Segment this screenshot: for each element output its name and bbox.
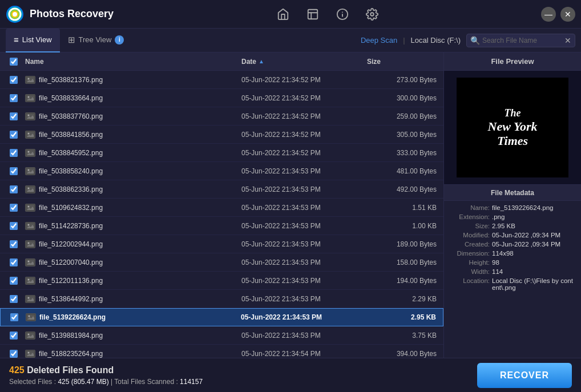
row-checkbox[interactable] [10,149,18,157]
meta-ext-label: Extension: [450,213,490,220]
svg-point-60 [28,297,30,298]
row-checkbox[interactable] [10,112,18,120]
col-name-header[interactable]: Name [25,58,241,66]
list-view-icon: ≡ [14,35,19,45]
row-checkbox[interactable] [10,240,18,248]
row-checkbox[interactable] [10,295,18,303]
table-row[interactable]: file_5109624832.png 05-Jun-2022 21:34:53… [0,199,443,217]
row-checkbox[interactable] [10,222,18,230]
preview-pane: File Preview The New York Times File Met… [444,52,581,358]
file-size-cell: 189.00 Bytes [367,240,441,248]
tree-view-tab[interactable]: ⊞ Tree View i [60,29,132,52]
info-nav-icon[interactable] [333,5,352,23]
row-checkbox[interactable] [10,167,18,175]
meta-ext-value: .png [492,213,505,220]
meta-created-row: Created: 05-Jun-2022 ,09:34 PM [450,241,575,248]
col-date-header[interactable]: Date ▲ [241,58,367,66]
file-size-cell: 492.00 Bytes [367,185,441,193]
file-type-icon [25,350,35,358]
select-all-checkbox[interactable] [10,58,18,66]
row-checkbox-cell [2,76,25,84]
table-row[interactable]: file_5038845952.png 05-Jun-2022 21:34:52… [0,144,443,162]
table-row[interactable]: file_5138644992.png 05-Jun-2022 21:34:53… [0,290,443,308]
row-checkbox[interactable] [10,76,18,84]
table-row[interactable]: file_5038821376.png 05-Jun-2022 21:34:52… [0,71,443,89]
file-name-text: file_5122007040.png [39,258,103,266]
svg-point-64 [29,316,30,317]
svg-point-24 [28,132,30,134]
home-nav-icon[interactable] [274,5,292,23]
scan-nav-icon[interactable] [304,5,322,23]
meta-location-label: Location: [450,277,490,291]
file-name-text: file_5122002944.png [39,240,103,248]
file-name-cell: file_5114228736.png [25,222,241,230]
meta-size-label: Size: [450,223,490,229]
file-name-text: file_5139226624.png [39,313,106,321]
table-row[interactable]: file_5038862336.png 05-Jun-2022 21:34:53… [0,180,443,199]
list-view-tab[interactable]: ≡ List View [6,29,60,52]
stats-separator: | [109,378,115,386]
file-type-icon [25,149,35,157]
table-row[interactable]: file_5122002944.png 05-Jun-2022 21:34:53… [0,235,443,253]
table-row[interactable]: file_5188235264.png 05-Jun-2022 21:34:54… [0,345,443,358]
svg-point-40 [28,205,30,207]
file-name-text: file_5122011136.png [39,277,103,285]
table-row[interactable]: file_5114228736.png 05-Jun-2022 21:34:53… [0,217,443,235]
row-checkbox-cell [2,167,25,175]
row-checkbox[interactable] [10,258,18,266]
file-date-cell: 05-Jun-2022 21:34:53 PM [241,185,367,193]
row-checkbox[interactable] [10,313,18,321]
file-size-cell: 394.00 Bytes [367,350,441,358]
minimize-button[interactable]: — [541,7,556,22]
search-input[interactable] [482,37,562,45]
file-name-cell: file_5122002944.png [25,240,241,248]
meta-size-value: 2.95 KB [492,223,515,229]
svg-point-72 [28,351,30,353]
table-row[interactable]: file_5122011136.png 05-Jun-2022 21:34:53… [0,272,443,290]
svg-point-2 [13,12,17,17]
file-date-cell: 05-Jun-2022 21:34:53 PM [241,204,367,212]
row-checkbox[interactable] [10,185,18,193]
selected-files-label: Selected Files : [9,378,58,386]
table-row[interactable]: file_5038833664.png 05-Jun-2022 21:34:52… [0,89,443,107]
table-row[interactable]: file_5139226624.png 05-Jun-2022 21:34:53… [0,308,443,326]
search-clear-icon[interactable]: ✕ [564,36,571,45]
row-checkbox[interactable] [10,332,18,340]
row-checkbox-cell [2,185,25,193]
file-name-cell: file_5122011136.png [25,277,241,285]
meta-dimension-label: Dimension: [450,250,490,257]
svg-point-16 [28,96,30,98]
meta-location-value: Local Disc (F:\)Files by content\.png [492,277,575,291]
file-size-cell: 3.75 KB [367,332,441,340]
settings-nav-icon[interactable] [363,5,381,23]
meta-width-value: 114 [492,268,503,275]
row-checkbox[interactable] [10,350,18,358]
close-button[interactable]: ✕ [560,7,575,22]
row-checkbox[interactable] [10,277,18,285]
file-name-cell: file_5139881984.png [25,332,241,340]
meta-dimension-row: Dimension: 114x98 [450,250,575,257]
app-title: Photos Recovery [30,8,114,20]
table-row[interactable]: file_5122007040.png 05-Jun-2022 21:34:53… [0,253,443,272]
meta-name-row: Name: file_5139226624.png [450,204,575,211]
meta-modified-value: 05-Jun-2022 ,09:34 PM [492,232,560,239]
table-row[interactable]: file_5038858240.png 05-Jun-2022 21:34:53… [0,162,443,180]
table-row[interactable]: file_5038837760.png 05-Jun-2022 21:34:52… [0,107,443,126]
preview-header: File Preview [444,52,581,71]
file-name-cell: file_5038862336.png [25,185,241,193]
file-name-cell: file_5138644992.png [25,295,241,303]
row-checkbox[interactable] [10,131,18,139]
row-checkbox[interactable] [10,94,18,102]
recover-button[interactable]: RECOVER [477,363,572,388]
row-checkbox[interactable] [10,204,18,212]
title-left: Photos Recovery [6,5,114,23]
file-name-text: file_5038862336.png [39,185,103,193]
table-row[interactable]: file_5038841856.png 05-Jun-2022 21:34:52… [0,126,443,144]
table-row[interactable]: file_5139881984.png 05-Jun-2022 21:34:53… [0,326,443,345]
toolbar-right: Deep Scan | Local Disc (F:\) 🔍 ✕ [361,34,575,47]
meta-modified-label: Modified: [450,232,490,239]
file-date-cell: 05-Jun-2022 21:34:53 PM [241,240,367,248]
col-size-header[interactable]: Size [367,58,441,66]
metadata-body: Name: file_5139226624.png Extension: .pn… [444,201,581,294]
row-checkbox-cell [2,332,25,340]
